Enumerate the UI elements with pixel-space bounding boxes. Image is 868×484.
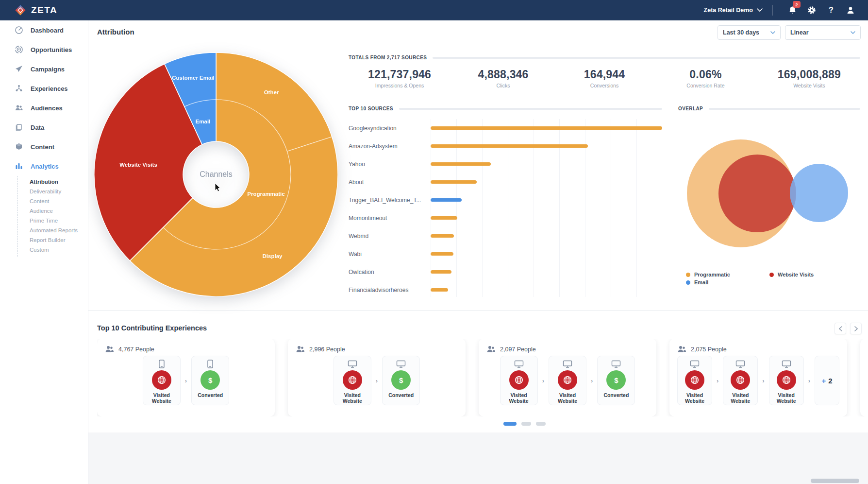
experience-card[interactable]: 4,767 People Visited Website › $ Con bbox=[97, 339, 275, 416]
attribution-model-select[interactable]: Linear bbox=[785, 25, 861, 40]
source-row: Trigger_BALI_Welcome_T... bbox=[349, 191, 662, 209]
horizontal-scrollbar-thumb[interactable] bbox=[811, 479, 859, 483]
carousel-dot[interactable] bbox=[536, 422, 546, 426]
chevron-right-icon: › bbox=[542, 377, 544, 384]
heading-rule bbox=[709, 108, 860, 110]
source-bar[interactable] bbox=[431, 216, 457, 220]
model-value: Linear bbox=[790, 29, 809, 36]
source-bar[interactable] bbox=[431, 126, 662, 130]
source-bar[interactable] bbox=[431, 162, 491, 166]
top-sources-list: Googlesyndication Amazon-Adsystem Yahoo … bbox=[349, 119, 662, 299]
visited-website-badge bbox=[343, 370, 362, 390]
people-icon bbox=[296, 346, 305, 353]
visited-website-badge bbox=[685, 370, 704, 390]
nav-divider bbox=[772, 5, 773, 16]
sidebar-item-campaigns[interactable]: Campaigns bbox=[0, 59, 88, 79]
sidebar-subitem-deliverability[interactable]: Deliverability bbox=[18, 187, 88, 196]
plus-icon: + bbox=[821, 377, 826, 385]
sidebar-item-opportunities[interactable]: Opportunities bbox=[0, 40, 88, 59]
bar-chart-icon bbox=[15, 162, 23, 171]
gear-icon bbox=[807, 6, 816, 15]
venn-circle-website-visits[interactable] bbox=[718, 155, 796, 232]
step-label: Visited Website bbox=[502, 392, 536, 404]
legend-item-website-visits: Website Visits bbox=[769, 272, 860, 277]
settings-button[interactable] bbox=[802, 3, 821, 17]
analytics-submenu: Attribution Deliverability Content Audie… bbox=[17, 176, 88, 257]
sidebar-subitem-content[interactable]: Content bbox=[18, 196, 88, 206]
flow-icon bbox=[15, 84, 23, 93]
source-row: Financialadvisorheroes bbox=[349, 281, 662, 299]
sidebar-subitem-audience[interactable]: Audience bbox=[18, 206, 88, 216]
globe-icon bbox=[157, 375, 167, 385]
top-sources-heading: TOP 10 SOURCES bbox=[349, 106, 393, 111]
overlap-section: OVERLAP Programmatic bbox=[678, 106, 860, 299]
source-row: Wabi bbox=[349, 245, 662, 263]
sidebar-subitem-prime-time[interactable]: Prime Time bbox=[18, 216, 88, 225]
zeta-logo[interactable]: ZETA bbox=[15, 4, 57, 16]
sunburst-center-label[interactable]: Channels bbox=[200, 170, 233, 178]
source-bar[interactable] bbox=[431, 198, 462, 202]
sidebar-item-data[interactable]: Data bbox=[0, 118, 88, 137]
sidebar-item-content[interactable]: Content bbox=[0, 137, 88, 156]
carousel-next-button[interactable] bbox=[850, 323, 862, 334]
carousel-dot[interactable] bbox=[503, 422, 517, 426]
experiences-section: Top 10 Contributing Experiences 4,767 Pe… bbox=[88, 311, 868, 416]
carousel-dot[interactable] bbox=[521, 422, 531, 426]
user-menu-button[interactable] bbox=[841, 3, 860, 17]
sidebar-subitem-custom[interactable]: Custom bbox=[18, 245, 88, 255]
cursor-pointer bbox=[215, 183, 220, 191]
experience-card-partial[interactable] bbox=[860, 339, 868, 416]
chevron-right-icon bbox=[854, 326, 858, 331]
sidebar-subitem-automated-reports[interactable]: Automated Reports bbox=[18, 225, 88, 235]
source-bar[interactable] bbox=[431, 252, 453, 256]
paper-plane-icon bbox=[15, 65, 23, 73]
dollar-icon: $ bbox=[208, 376, 212, 384]
chevron-right-icon: › bbox=[717, 377, 718, 384]
mobile-icon bbox=[207, 360, 213, 368]
notifications-button[interactable]: 2 bbox=[783, 3, 802, 17]
experience-step: Visited Website bbox=[769, 356, 804, 405]
source-bar[interactable] bbox=[431, 144, 588, 148]
step-label: Visited Website bbox=[551, 392, 584, 404]
sidebar-item-analytics[interactable]: Analytics bbox=[0, 156, 88, 176]
experience-card[interactable]: 2,075 People Visited Website › bbox=[669, 339, 847, 416]
card-people-count: 2,097 People bbox=[500, 346, 536, 353]
venn-circle-email[interactable] bbox=[790, 164, 848, 222]
dollar-icon: $ bbox=[399, 376, 403, 384]
sidebar-item-experiences[interactable]: Experiences bbox=[0, 79, 88, 98]
source-row: About bbox=[349, 173, 662, 191]
account-switcher[interactable]: Zeta Retail Demo bbox=[704, 7, 763, 14]
sidebar-subitem-report-builder[interactable]: Report Builder bbox=[18, 235, 88, 245]
source-bar[interactable] bbox=[431, 288, 448, 292]
chevron-down-icon bbox=[757, 8, 763, 12]
sidebar-subitem-attribution[interactable]: Attribution bbox=[18, 177, 88, 187]
visited-website-badge bbox=[509, 370, 529, 390]
top-nav: ZETA Zeta Retail Demo 2 ? bbox=[0, 0, 868, 20]
date-range-select[interactable]: Last 30 days bbox=[718, 25, 781, 40]
help-button[interactable]: ? bbox=[821, 3, 841, 17]
source-row: Owlcation bbox=[349, 263, 662, 281]
desktop-icon bbox=[782, 360, 791, 368]
source-row: Webmd bbox=[349, 227, 662, 245]
experience-card[interactable]: 2,097 People Visited Website › bbox=[479, 339, 656, 416]
source-bar[interactable] bbox=[431, 234, 454, 238]
stat-conversion-rate: 0.06%Conversion Rate bbox=[676, 68, 734, 88]
channels-sunburst-chart: Customer Email Other Email Website Visit… bbox=[94, 52, 338, 296]
source-bar[interactable] bbox=[431, 270, 451, 274]
sidebar-item-label: Experiences bbox=[31, 85, 68, 92]
desktop-icon bbox=[611, 360, 621, 368]
step-label: Visited Website bbox=[145, 392, 179, 404]
experience-step: $ Converted bbox=[382, 356, 420, 405]
more-steps-tile[interactable]: + 2 bbox=[815, 356, 839, 405]
account-name: Zeta Retail Demo bbox=[704, 7, 753, 14]
experience-card[interactable]: 2,996 People Visited Website › $ Con bbox=[288, 339, 466, 416]
chevron-left-icon bbox=[839, 326, 842, 331]
step-label: Visited Website bbox=[723, 392, 757, 404]
sidebar-item-dashboard[interactable]: Dashboard bbox=[0, 20, 88, 40]
sidebar-item-audiences[interactable]: Audiences bbox=[0, 98, 88, 118]
legend-dot bbox=[769, 273, 774, 277]
carousel-prev-button[interactable] bbox=[835, 323, 846, 334]
bottom-area bbox=[88, 432, 868, 484]
sidebar: Dashboard Opportunities Campaigns Experi… bbox=[0, 20, 88, 484]
source-bar[interactable] bbox=[431, 180, 477, 184]
